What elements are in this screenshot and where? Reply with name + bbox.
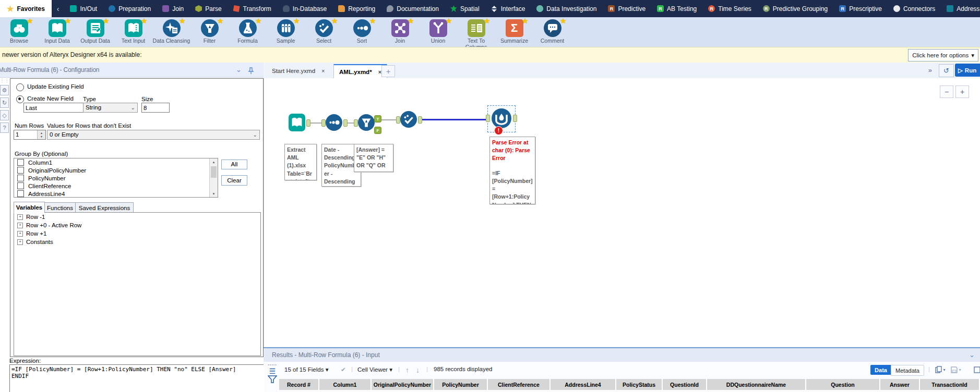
radio-create-new-field[interactable]	[16, 95, 24, 103]
expand-icon[interactable]: +	[17, 231, 23, 237]
tool-filter[interactable]	[358, 114, 375, 131]
palette-tool-filter[interactable]: ★ Filter	[190, 19, 229, 49]
column-header[interactable]: ClientReference	[488, 379, 551, 390]
copy-icon[interactable]: ▾	[934, 364, 947, 375]
drag-grip-icon[interactable]: ⋮⋮	[0, 78, 9, 83]
column-header[interactable]: TransactionId	[920, 379, 980, 390]
tab-time-series[interactable]: RTime Series	[702, 0, 757, 17]
tree-item-row-0-active[interactable]: +Row +0 - Active Row	[14, 221, 260, 229]
tab-spatial[interactable]: Spatial	[445, 0, 485, 17]
tab-overflow-icon[interactable]: »	[928, 66, 932, 74]
column-header-record[interactable]: Record #	[279, 379, 319, 390]
input-anchor[interactable]	[396, 116, 400, 124]
stepper-arrows-icon[interactable]: ▲▼	[37, 130, 45, 139]
wire-unique-to-multirow-selected[interactable]	[420, 119, 487, 120]
update-options-button[interactable]: Click here for options ▾	[908, 49, 978, 62]
tab-reporting[interactable]: Reporting	[332, 0, 381, 17]
tool-sort[interactable]	[326, 114, 342, 131]
zoom-out-button[interactable]: −	[940, 85, 953, 98]
tab-preparation[interactable]: Preparation	[103, 0, 157, 17]
palette-tool-data-cleansing[interactable]: ★ Data Cleansing	[152, 19, 190, 49]
tab-data-investigation[interactable]: Data Investigation	[531, 0, 602, 17]
tab-start-here[interactable]: Start Here.yxmd ×	[267, 64, 330, 78]
down-arrow-icon[interactable]: ↓	[416, 366, 420, 374]
palette-tool-text-to-columns[interactable]: ★ Text To Columns	[457, 19, 495, 49]
palette-tool-sort[interactable]: ★ Sort	[343, 19, 381, 49]
palette-tool-output-data[interactable]: ★ Output Data	[76, 19, 114, 49]
annotation-filter[interactable]: [Answer] = "E" OR "H" OR "Q" OR "S"	[354, 144, 393, 172]
tab-parse[interactable]: Parse	[189, 0, 227, 17]
group-by-clear-button[interactable]: Clear	[221, 175, 247, 186]
scroll-down-icon[interactable]: ▼	[210, 190, 218, 197]
tree-item-row-plus-1[interactable]: +Row +1	[14, 229, 260, 238]
wire-filter-to-unique[interactable]	[380, 119, 397, 120]
palette-tool-join[interactable]: ★ Join	[381, 19, 419, 49]
palette-tool-browse[interactable]: ★ Browse	[0, 19, 38, 49]
tool-multi-row-formula[interactable]	[492, 108, 511, 128]
values-for-rows-select[interactable]: 0 or Empty ⌄	[47, 130, 260, 140]
output-anchor[interactable]	[343, 119, 348, 127]
input-anchor[interactable]	[486, 115, 490, 122]
palette-tool-formula[interactable]: ★ Formula	[229, 19, 267, 49]
tab-join[interactable]: Join	[157, 0, 189, 17]
save-icon[interactable]: ▾	[950, 364, 962, 375]
metadata-view-button[interactable]: Metadata	[891, 365, 924, 376]
column-header[interactable]: QuestionId	[663, 379, 707, 390]
annotation-error[interactable]: Parse Error at char (0): Parse Error =IF…	[489, 137, 535, 204]
tab-prescriptive[interactable]: RPrescriptive	[833, 0, 888, 17]
tab-in-database[interactable]: In-Database	[277, 0, 332, 17]
column-header[interactable]: DDQuestionnaireName	[707, 379, 806, 390]
tab-inout[interactable]: In/Out	[64, 0, 103, 17]
column-header[interactable]: Answer	[880, 379, 920, 390]
new-tab-button[interactable]: +	[381, 65, 395, 77]
checkbox-icon[interactable]	[17, 175, 24, 181]
tool-error-badge[interactable]: !	[494, 126, 503, 135]
radio-update-existing-field[interactable]	[16, 83, 24, 91]
tab-variables[interactable]: Variables	[14, 202, 45, 213]
group-by-all-button[interactable]: All	[221, 160, 247, 169]
menubar-scroll-left-icon[interactable]: ‹	[52, 0, 65, 17]
checkbox-icon[interactable]	[17, 167, 24, 174]
expand-icon[interactable]: +	[17, 223, 23, 228]
type-select[interactable]: String ⌄	[83, 103, 138, 113]
palette-tool-comment[interactable]: ★ Comment	[533, 19, 571, 49]
size-input[interactable]	[141, 103, 170, 113]
collapse-panel-icon[interactable]: ⌄	[236, 63, 242, 77]
column-header[interactable]: OriginalPolicyNumber	[372, 379, 434, 390]
group-by-item[interactable]: PolicyNumber	[14, 174, 218, 182]
tab-ab-testing[interactable]: RAB Testing	[651, 0, 702, 17]
palette-tool-union[interactable]: ★ Union	[419, 19, 457, 49]
filter-false-anchor[interactable]: F	[374, 127, 381, 134]
run-workflow-button[interactable]: ▷ Run	[955, 64, 980, 77]
output-anchor[interactable]	[513, 115, 517, 122]
column-header[interactable]: Column1	[319, 379, 372, 390]
column-header[interactable]: Question	[806, 379, 880, 390]
annotation-icon[interactable]: ◇	[0, 110, 9, 120]
help-icon[interactable]: ?	[0, 123, 9, 133]
checkbox-icon[interactable]	[17, 190, 24, 197]
wire-input-to-sort[interactable]	[309, 123, 322, 124]
scrollbar-thumb[interactable]	[211, 166, 217, 178]
group-by-item[interactable]: ClientReference	[14, 182, 218, 190]
palette-tool-text-input[interactable]: ★ Text Input	[114, 19, 152, 49]
group-by-item[interactable]: AddressLine4	[14, 190, 218, 198]
tree-item-row-minus-1[interactable]: +Row -1	[14, 213, 260, 221]
tool-unique[interactable]	[400, 111, 417, 128]
tab-favorites[interactable]: ★ Favorites	[0, 0, 52, 17]
output-anchor[interactable]	[418, 116, 422, 124]
new-field-name-input[interactable]	[23, 103, 88, 113]
workflow-canvas[interactable]: − + T F	[264, 78, 980, 347]
tab-documentation[interactable]: Documentation	[381, 0, 445, 17]
num-rows-stepper[interactable]: 1 ▲▼	[14, 130, 46, 140]
tab-predictive-grouping[interactable]: RPredictive Grouping	[757, 0, 833, 17]
tool-input-data[interactable]	[289, 114, 305, 131]
output-anchor[interactable]	[306, 119, 310, 127]
tab-aml-active[interactable]: AML.yxmd* ×	[333, 64, 387, 79]
column-header[interactable]: PolicyNumber	[434, 379, 488, 390]
palette-tool-select[interactable]: ★ Select	[305, 19, 343, 49]
settings-gear-icon[interactable]: ⚙	[0, 85, 9, 95]
checkbox-icon[interactable]	[17, 182, 24, 189]
group-by-item[interactable]: Column1	[14, 158, 218, 166]
tab-connectors[interactable]: Connectors	[888, 0, 941, 17]
column-header[interactable]: PolicyStatus	[616, 379, 663, 390]
